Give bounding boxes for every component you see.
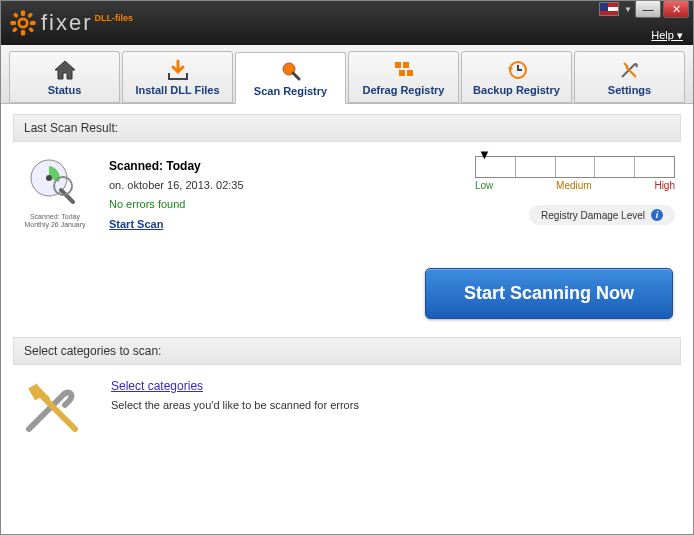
damage-gauge: ▼ Low Medium High Registry Damage Level …	[475, 156, 675, 234]
svg-line-18	[61, 190, 73, 202]
svg-rect-7	[27, 12, 33, 18]
tab-label: Scan Registry	[254, 85, 327, 97]
select-categories-link[interactable]: Select categories	[111, 379, 203, 393]
tab-label: Install DLL Files	[135, 84, 219, 96]
scan-clock-illustration: Scanned: Today Monthly 26 January	[19, 156, 91, 234]
gauge-bar: ▼	[475, 156, 675, 178]
svg-rect-3	[10, 21, 16, 25]
last-scan-header: Last Scan Result:	[13, 114, 681, 142]
tab-settings[interactable]: Settings	[574, 51, 685, 103]
tab-backup-registry[interactable]: Backup Registry	[461, 51, 572, 103]
close-button[interactable]: ✕	[663, 0, 689, 18]
home-icon	[53, 58, 77, 82]
blocks-icon	[392, 58, 416, 82]
help-label: Help	[651, 29, 674, 41]
scanned-title: Scanned: Today	[109, 156, 457, 176]
damage-level-badge: Registry Damage Level i	[529, 205, 675, 225]
main-tabs: Status Install DLL Files Scan Registry D…	[1, 45, 693, 104]
start-scan-link[interactable]: Start Scan	[109, 218, 163, 230]
svg-rect-14	[407, 70, 413, 76]
tools-icon	[618, 58, 642, 82]
select-categories-header: Select categories to scan:	[13, 337, 681, 365]
tab-label: Defrag Registry	[363, 84, 445, 96]
scan-result-row: Scanned: Today Monthly 26 January Scanne…	[13, 142, 681, 262]
app-logo: fixer DLL-files	[9, 9, 133, 37]
titlebar: fixer DLL-files ▼ — ✕ Help ▾	[1, 1, 693, 45]
svg-rect-4	[30, 21, 36, 25]
tab-label: Status	[48, 84, 82, 96]
svg-rect-8	[12, 27, 18, 33]
flag-icon[interactable]	[599, 2, 619, 16]
window-controls: ▼ — ✕	[599, 0, 689, 18]
tab-install-dll[interactable]: Install DLL Files	[122, 51, 233, 103]
start-scanning-button[interactable]: Start Scanning Now	[425, 268, 673, 319]
gauge-medium: Medium	[556, 180, 592, 191]
gauge-pointer-icon: ▼	[478, 147, 491, 162]
info-icon[interactable]: i	[651, 209, 663, 221]
categories-text: Select categories Select the areas you'd…	[111, 379, 359, 411]
gauge-labels: Low Medium High	[475, 180, 675, 191]
minimize-button[interactable]: —	[635, 0, 661, 18]
tab-scan-registry[interactable]: Scan Registry	[235, 52, 346, 104]
tab-status[interactable]: Status	[9, 51, 120, 103]
scan-result-text: Scanned: Today on. oktober 16, 2013. 02:…	[109, 156, 457, 234]
svg-rect-2	[21, 30, 25, 36]
gauge-low: Low	[475, 180, 493, 191]
tools-illustration	[19, 379, 91, 442]
gear-icon	[9, 9, 37, 37]
svg-rect-12	[403, 62, 409, 68]
categories-desc: Select the areas you'd like to be scanne…	[111, 399, 359, 411]
categories-row: Select categories Select the areas you'd…	[13, 365, 681, 456]
no-errors-text: No errors found	[109, 195, 457, 214]
damage-level-text: Registry Damage Level	[541, 210, 645, 221]
magnifier-icon	[279, 59, 303, 83]
tab-defrag-registry[interactable]: Defrag Registry	[348, 51, 459, 103]
svg-rect-1	[21, 10, 25, 16]
language-dropdown[interactable]: ▼	[623, 2, 633, 16]
svg-rect-5	[13, 12, 19, 18]
scanned-date: on. oktober 16, 2013. 02:35	[109, 176, 457, 195]
svg-line-10	[293, 73, 299, 79]
clock-back-icon	[505, 58, 529, 82]
svg-point-17	[46, 175, 52, 181]
help-link[interactable]: Help ▾	[651, 29, 683, 42]
svg-rect-11	[395, 62, 401, 68]
download-icon	[166, 58, 190, 82]
tab-label: Settings	[608, 84, 651, 96]
brand-text: fixer	[41, 10, 93, 36]
clock-subtext: Scanned: Today Monthly 26 January	[19, 213, 91, 230]
svg-rect-13	[399, 70, 405, 76]
svg-point-0	[19, 19, 27, 27]
content-area: Last Scan Result: Scanned: Today Monthly…	[1, 104, 693, 534]
svg-rect-6	[28, 27, 34, 33]
brand-badge: DLL-files	[95, 13, 134, 23]
tab-label: Backup Registry	[473, 84, 560, 96]
gauge-high: High	[654, 180, 675, 191]
